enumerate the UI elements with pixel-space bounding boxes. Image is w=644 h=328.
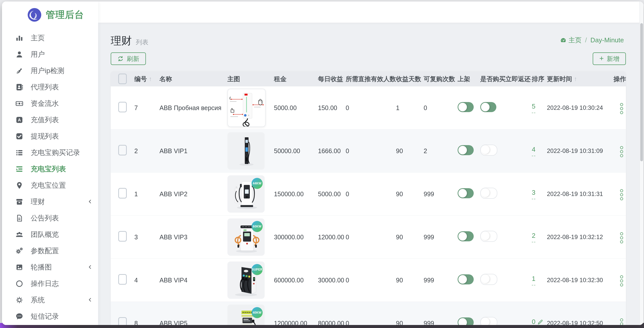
- row-actions-menu[interactable]: [619, 102, 625, 116]
- on-shelf-toggle[interactable]: [458, 231, 474, 241]
- row-checkbox[interactable]: [118, 188, 127, 199]
- sidebar-item-user-ip-check[interactable]: 用户ip检测: [2, 62, 98, 79]
- sidebar-item-system[interactable]: 系统: [2, 292, 98, 308]
- sidebar-item-finance[interactable]: 理财: [2, 193, 98, 210]
- plus-icon: +: [599, 55, 604, 62]
- sort-value-link[interactable]: 4: [532, 146, 535, 156]
- instant-return-toggle[interactable]: [480, 274, 497, 285]
- cell-direct-push: 0: [345, 104, 395, 112]
- table-row: 1ABB VIP2 44KW150000.005000.000909993202…: [111, 172, 626, 215]
- on-shelf-toggle[interactable]: [458, 102, 474, 112]
- cell-direct-push: 0: [345, 234, 395, 241]
- sidebar-item-param-config[interactable]: 参数配置: [2, 243, 98, 259]
- col-updated[interactable]: 更新时间↑: [546, 75, 613, 83]
- cell-id: 3: [133, 234, 158, 241]
- on-shelf-toggle[interactable]: [458, 145, 474, 155]
- sidebar-item-carousel[interactable]: 轮播图: [2, 259, 98, 275]
- select-all-checkbox[interactable]: [118, 74, 127, 84]
- cog-icon: [15, 296, 24, 304]
- map-marker-icon: [15, 181, 24, 190]
- sidebar-item-label: 提现列表: [31, 132, 59, 141]
- cell-updated: 2022-08-19 10:30:24: [546, 104, 613, 111]
- sidebar-item-fund-flow[interactable]: 资金流水: [2, 95, 98, 112]
- instant-return-toggle[interactable]: [480, 317, 497, 325]
- product-image[interactable]: 60KW: [227, 218, 265, 256]
- on-shelf-toggle[interactable]: [458, 317, 474, 325]
- power-badge: 44KW: [252, 178, 263, 189]
- breadcrumb: 主页 / Day-Minute: [560, 36, 624, 45]
- power-badge: 60KW: [252, 221, 263, 232]
- image-icon: [15, 263, 24, 272]
- row-actions-menu[interactable]: [619, 188, 625, 202]
- a-square-icon: A: [15, 116, 24, 124]
- col-id[interactable]: 编号↑: [133, 75, 158, 83]
- col-instant_return: 是否购买立即返还: [479, 75, 531, 83]
- topbar: [98, 2, 643, 23]
- sidebar-item-label: 操作日志: [31, 279, 59, 288]
- sidebar-item-agent-list[interactable]: 代理列表: [2, 79, 98, 95]
- row-actions-menu[interactable]: [619, 231, 625, 245]
- cogs-icon: [15, 247, 24, 255]
- cell-income-days: 90: [395, 234, 423, 241]
- sidebar-item-recharge-list[interactable]: A充值列表: [2, 112, 98, 128]
- logo: 管理后台: [2, 2, 98, 22]
- instant-return-toggle[interactable]: [480, 188, 497, 199]
- sidebar-item-users[interactable]: 用户: [2, 46, 98, 62]
- logo-icon: [28, 8, 41, 22]
- sort-value-link[interactable]: 5: [532, 103, 535, 113]
- cell-daily-income: 1666.00: [317, 147, 345, 155]
- sort-value-link[interactable]: 3: [532, 189, 535, 199]
- product-image[interactable]: SUPER: [227, 261, 265, 299]
- sidebar-item-home[interactable]: 主页: [2, 30, 98, 46]
- row-checkbox[interactable]: [118, 231, 127, 242]
- sidebar-item-operation-log[interactable]: 操作日志: [2, 275, 98, 292]
- indent-list-icon: [15, 165, 24, 173]
- scrollbar-thumb[interactable]: [640, 23, 643, 161]
- row-checkbox[interactable]: [118, 317, 127, 325]
- sort-value-link[interactable]: 2: [532, 232, 535, 242]
- sidebar-item-withdraw-list[interactable]: 提现列表: [2, 128, 98, 144]
- sidebar-item-label: 充值列表: [31, 115, 59, 125]
- sidebar-item-label: 公告列表: [31, 213, 59, 223]
- sidebar-item-label: 理财: [31, 197, 45, 207]
- row-actions-menu[interactable]: [619, 274, 625, 288]
- instant-return-toggle[interactable]: [480, 102, 496, 112]
- table-row: 3ABB VIP3 60KW300000.0012000.00090999220…: [111, 215, 626, 258]
- breadcrumb-home-link[interactable]: 主页: [560, 36, 582, 45]
- sidebar-item-powerbank-list[interactable]: 充电宝列表: [2, 161, 98, 177]
- table-row: 4ABB VIP4 SUPER600000.0030000.0009099912…: [111, 258, 626, 302]
- sidebar-item-announcement-list[interactable]: 公告列表: [2, 210, 98, 226]
- cell-name: ABB VIP5: [158, 320, 226, 325]
- sidebar-item-sms-records[interactable]: 短信记录: [2, 308, 98, 324]
- sidebar-item-label: 代理列表: [31, 82, 59, 92]
- on-shelf-toggle[interactable]: [458, 188, 474, 198]
- row-actions-menu[interactable]: [619, 145, 625, 159]
- on-shelf-toggle[interactable]: [458, 274, 474, 284]
- sort-value-link[interactable]: 0: [532, 318, 543, 325]
- chevron-left-icon: [87, 199, 93, 205]
- row-checkbox[interactable]: [118, 102, 127, 112]
- col-income_days: 收益天数: [395, 75, 423, 83]
- power-badge: SUPER: [252, 264, 263, 275]
- user-icon: [15, 50, 24, 59]
- row-actions-menu[interactable]: [619, 317, 625, 325]
- add-button[interactable]: + 新增: [593, 52, 626, 65]
- refresh-button[interactable]: 刷新: [111, 52, 146, 65]
- product-image[interactable]: [227, 132, 265, 170]
- table-header: 编号↑名称主图租金每日收益所需直推有效人数收益天数可复购次数上架是否购买立即返还…: [111, 71, 626, 86]
- product-image[interactable]: $: [227, 89, 266, 127]
- instant-return-toggle[interactable]: [480, 231, 497, 242]
- instant-return-toggle[interactable]: [480, 145, 497, 156]
- row-checkbox[interactable]: [118, 145, 127, 155]
- sort-value-link[interactable]: 1: [532, 275, 535, 285]
- sidebar-item-powerbank-location[interactable]: 充电宝位置: [2, 177, 98, 193]
- cell-rebuy-times: 0: [423, 104, 457, 112]
- cell-income-days: 1: [395, 104, 423, 112]
- sidebar-item-label: 参数配置: [31, 246, 59, 256]
- cell-daily-income: 5000.00: [317, 190, 345, 198]
- sidebar-item-powerbank-purchases[interactable]: 充电宝购买记录: [2, 144, 98, 161]
- sidebar-item-team-overview[interactable]: 团队概览: [2, 226, 98, 243]
- product-image[interactable]: 40KW: [227, 305, 265, 325]
- product-image[interactable]: 44KW: [227, 175, 265, 213]
- row-checkbox[interactable]: [118, 274, 127, 285]
